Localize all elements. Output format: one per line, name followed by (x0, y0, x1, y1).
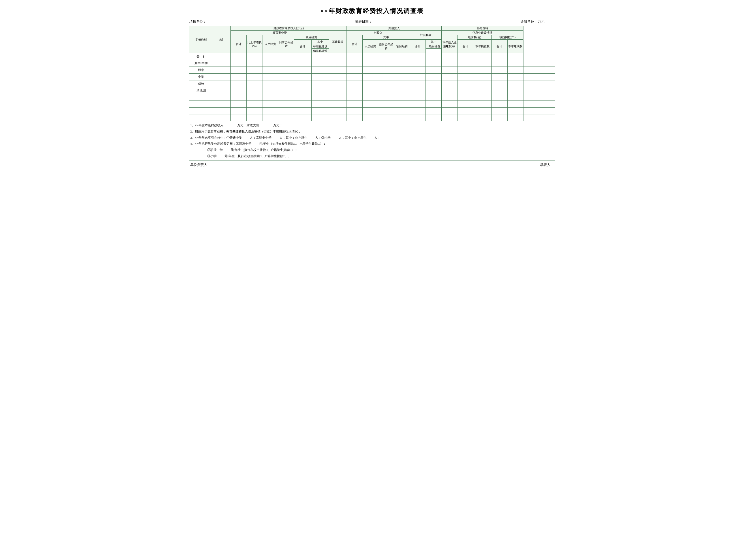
data-cell[interactable] (378, 60, 394, 67)
data-cell[interactable] (442, 53, 457, 60)
data-cell[interactable] (231, 101, 247, 108)
data-cell[interactable] (473, 101, 492, 108)
data-cell[interactable] (394, 67, 410, 74)
data-cell[interactable] (311, 60, 329, 67)
data-cell[interactable] (523, 101, 539, 108)
data-cell[interactable] (294, 94, 311, 101)
data-cell[interactable] (278, 114, 294, 121)
data-cell[interactable] (426, 101, 442, 108)
data-cell[interactable] (426, 114, 442, 121)
data-cell[interactable] (213, 80, 231, 87)
data-cell[interactable] (426, 53, 442, 60)
data-cell[interactable] (362, 101, 378, 108)
data-cell[interactable] (278, 53, 294, 60)
data-cell[interactable] (457, 60, 473, 67)
data-cell[interactable] (247, 60, 262, 67)
data-cell[interactable] (329, 80, 346, 87)
data-cell[interactable] (394, 74, 410, 80)
data-cell[interactable] (473, 94, 492, 101)
data-cell[interactable] (329, 67, 346, 74)
data-cell[interactable] (410, 101, 426, 108)
data-cell[interactable] (491, 67, 507, 74)
data-cell[interactable] (473, 67, 492, 74)
data-cell[interactable] (329, 53, 346, 60)
data-cell[interactable] (539, 74, 555, 80)
data-cell[interactable] (346, 80, 362, 87)
data-cell[interactable] (457, 114, 473, 121)
data-cell[interactable] (362, 67, 378, 74)
data-cell[interactable] (491, 53, 507, 60)
data-cell[interactable] (362, 53, 378, 60)
data-cell[interactable] (247, 101, 262, 108)
data-cell[interactable] (213, 87, 231, 94)
data-cell[interactable] (394, 60, 410, 67)
data-cell[interactable] (442, 87, 457, 94)
data-cell[interactable] (394, 108, 410, 114)
data-cell[interactable] (378, 108, 394, 114)
data-cell[interactable] (278, 94, 294, 101)
data-cell[interactable] (262, 74, 278, 80)
data-cell[interactable] (278, 67, 294, 74)
data-cell[interactable] (311, 94, 329, 101)
data-cell[interactable] (394, 94, 410, 101)
data-cell[interactable] (507, 60, 523, 67)
data-cell[interactable] (539, 114, 555, 121)
data-cell[interactable] (346, 108, 362, 114)
data-cell[interactable] (247, 94, 262, 101)
data-cell[interactable] (346, 114, 362, 121)
data-cell[interactable] (442, 94, 457, 101)
data-cell[interactable] (410, 87, 426, 94)
data-cell[interactable] (442, 74, 457, 80)
data-cell[interactable] (362, 60, 378, 67)
data-cell[interactable] (294, 108, 311, 114)
data-cell[interactable] (410, 74, 426, 80)
data-cell[interactable] (523, 74, 539, 80)
data-cell[interactable] (362, 114, 378, 121)
data-cell[interactable] (294, 67, 311, 74)
data-cell[interactable] (231, 94, 247, 101)
data-cell[interactable] (231, 114, 247, 121)
data-cell[interactable] (473, 87, 492, 94)
data-cell[interactable] (539, 87, 555, 94)
data-cell[interactable] (457, 80, 473, 87)
data-cell[interactable] (329, 87, 346, 94)
data-cell[interactable] (278, 60, 294, 67)
data-cell[interactable] (294, 87, 311, 94)
data-cell[interactable] (507, 114, 523, 121)
data-cell[interactable] (410, 108, 426, 114)
data-cell[interactable] (346, 60, 362, 67)
data-cell[interactable] (442, 67, 457, 74)
data-cell[interactable] (311, 87, 329, 94)
data-cell[interactable] (378, 80, 394, 87)
data-cell[interactable] (523, 67, 539, 74)
data-cell[interactable] (247, 114, 262, 121)
data-cell[interactable] (213, 67, 231, 74)
data-cell[interactable] (491, 60, 507, 67)
data-cell[interactable] (410, 60, 426, 67)
data-cell[interactable] (262, 114, 278, 121)
data-cell[interactable] (378, 101, 394, 108)
data-cell[interactable] (539, 101, 555, 108)
data-cell[interactable] (231, 87, 247, 94)
data-cell[interactable] (523, 108, 539, 114)
data-cell[interactable] (426, 74, 442, 80)
data-cell[interactable] (523, 114, 539, 121)
data-cell[interactable] (231, 60, 247, 67)
data-cell[interactable] (346, 67, 362, 74)
data-cell[interactable] (378, 74, 394, 80)
data-cell[interactable] (426, 60, 442, 67)
data-cell[interactable] (507, 80, 523, 87)
data-cell[interactable] (523, 60, 539, 67)
data-cell[interactable] (231, 53, 247, 60)
data-cell[interactable] (262, 108, 278, 114)
data-cell[interactable] (426, 67, 442, 74)
data-cell[interactable] (507, 101, 523, 108)
data-cell[interactable] (491, 101, 507, 108)
data-cell[interactable] (247, 74, 262, 80)
data-cell[interactable] (457, 53, 473, 60)
data-cell[interactable] (247, 87, 262, 94)
data-cell[interactable] (378, 87, 394, 94)
data-cell[interactable] (473, 80, 492, 87)
data-cell[interactable] (426, 108, 442, 114)
data-cell[interactable] (231, 108, 247, 114)
